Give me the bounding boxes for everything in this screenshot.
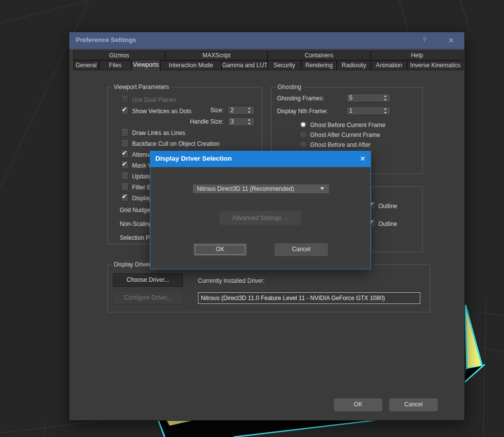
installed-driver-field: Nitrous (Direct3D 11.0 Feature Level 11 … <box>198 292 420 304</box>
dialog-title: Preference Settings <box>76 36 136 44</box>
cancel-button[interactable]: Cancel <box>389 398 438 411</box>
ghosting-frames-spinner[interactable]: 5 ▲▼ <box>346 93 391 102</box>
checkbox-draw-links-as-lines[interactable] <box>121 129 129 136</box>
display-nth-frame-spinner[interactable]: 1 ▲▼ <box>346 106 391 115</box>
installed-driver-value: Nitrous (Direct3D 11.0 Feature Level 11 … <box>201 295 385 302</box>
configure-driver-button[interactable]: Configure Driver... <box>113 291 183 305</box>
group-legend: Ghosting <box>275 84 304 90</box>
checkbox-backface-cull[interactable] <box>121 140 129 147</box>
radio-label: Ghost Before Current Frame <box>310 122 385 129</box>
radio-label: Ghost Before and After <box>310 141 370 148</box>
help-icon[interactable]: ? <box>419 36 430 45</box>
dialog-titlebar[interactable]: Preference Settings ? ✕ <box>69 32 464 49</box>
checkbox-label: Outline <box>378 220 397 227</box>
ok-button[interactable]: OK <box>334 398 382 411</box>
driver-dropdown-value: Nitrous Direct3D 11 (Recommended) <box>197 185 294 192</box>
radio-ghost-before-and-after[interactable] <box>299 140 307 148</box>
modal-cancel-button[interactable]: Cancel <box>275 243 328 256</box>
driver-dropdown[interactable]: Nitrous Direct3D 11 (Recommended) ▼ <box>192 184 329 194</box>
ghosting-frames-label: Ghosting Frames: <box>277 95 324 102</box>
tab-general[interactable]: General <box>73 60 99 70</box>
spinner-down-icon[interactable]: ▼ <box>383 98 387 101</box>
spinner-arrows[interactable]: ▲▼ <box>384 94 389 102</box>
tab-viewports[interactable]: Viewports <box>132 60 160 71</box>
size-value: 2 <box>230 107 234 114</box>
tab-rendering[interactable]: Rendering <box>301 60 337 70</box>
tab-inverse-kinematics[interactable]: Inverse Kinematics <box>407 60 463 70</box>
radio-dot <box>301 123 305 127</box>
checkbox-use-dual-planes[interactable] <box>121 96 129 103</box>
radio-ghost-before-current[interactable] <box>299 121 307 129</box>
tab-gizmos[interactable]: Gizmos <box>73 51 165 60</box>
tab-security[interactable]: Security <box>268 60 301 70</box>
spinner-up-icon[interactable]: ▲ <box>383 107 387 110</box>
tab-files[interactable]: Files <box>99 60 132 70</box>
desktop: Preference Settings ? ✕ Gizmos MAXScript… <box>0 0 504 437</box>
radio-ghost-after-current[interactable] <box>299 131 307 138</box>
chevron-down-icon: ▼ <box>319 186 325 191</box>
handle-size-label: Handle Size: <box>168 118 224 125</box>
highlights-group <box>371 186 423 252</box>
tab-animation[interactable]: Animation <box>371 60 407 70</box>
display-driver-selection-dialog: Display Driver Selection ✕ Nitrous Direc… <box>150 151 371 269</box>
spinner-up-icon[interactable]: ▲ <box>247 107 251 110</box>
display-nth-frame-value: 1 <box>349 107 353 114</box>
choose-driver-button[interactable]: Choose Driver... <box>113 273 183 287</box>
group-legend: Viewport Parameters <box>111 84 172 90</box>
checkbox-label: Show Vertices as Dots <box>132 108 191 115</box>
check-icon: ✔ <box>122 160 127 168</box>
spinner-down-icon[interactable]: ▼ <box>383 111 387 114</box>
close-icon[interactable]: ✕ <box>360 155 366 163</box>
tab-help[interactable]: Help <box>370 51 463 60</box>
handle-size-spinner[interactable]: 3 ▲▼ <box>228 117 255 126</box>
object-fragment-yellow <box>465 305 482 369</box>
check-icon: ✔ <box>122 106 127 113</box>
spinner-arrows[interactable]: ▲▼ <box>248 106 253 114</box>
checkbox-attenuate[interactable]: ✔ <box>121 151 129 158</box>
tab-radiosity[interactable]: Radiosity <box>337 60 371 70</box>
close-icon[interactable]: ✕ <box>446 36 457 45</box>
modal-title: Display Driver Selection <box>155 155 232 162</box>
display-nth-frame-label: Display Nth Frame: <box>277 108 328 115</box>
checkbox-label: Use Dual Planes <box>132 96 176 103</box>
checkbox-label: Draw Links as Lines <box>132 130 185 136</box>
tab-containers[interactable]: Containers <box>268 51 370 60</box>
checkbox-label: Backface Cull on Object Creation <box>132 140 220 147</box>
check-icon: ✔ <box>122 193 127 200</box>
tab-interaction-mode[interactable]: Interaction Mode <box>160 60 222 70</box>
checkbox-update-background[interactable] <box>121 173 129 180</box>
size-spinner[interactable]: 2 ▲▼ <box>228 106 255 115</box>
spinner-down-icon[interactable]: ▼ <box>247 111 251 114</box>
ghosting-frames-value: 5 <box>349 94 353 101</box>
spinner-arrows[interactable]: ▲▼ <box>248 118 253 126</box>
tab-maxscript[interactable]: MAXScript <box>165 51 268 60</box>
check-icon: ✔ <box>122 149 127 157</box>
checkbox-filter-environment[interactable] <box>121 183 129 191</box>
checkbox-show-vertices-as-dots[interactable]: ✔ <box>121 107 129 115</box>
spinner-up-icon[interactable]: ▲ <box>383 94 387 97</box>
tab-gamma-and-lut[interactable]: Gamma and LUT <box>222 60 268 70</box>
advanced-settings-button[interactable]: Advanced Settings ... <box>219 211 301 225</box>
spinner-down-icon[interactable]: ▼ <box>247 122 251 125</box>
handle-size-value: 3 <box>230 118 234 125</box>
checkbox-display-world-axis[interactable]: ✔ <box>121 194 129 202</box>
modal-ok-button[interactable]: OK <box>193 243 247 256</box>
modal-titlebar[interactable]: Display Driver Selection ✕ <box>150 151 370 167</box>
currently-installed-label: Currently Installed Driver: <box>198 277 265 284</box>
spinner-arrows[interactable]: ▲▼ <box>384 107 389 115</box>
checkbox-label: Outline <box>378 203 397 210</box>
spinner-up-icon[interactable]: ▲ <box>247 118 251 121</box>
size-label: Size: <box>188 107 224 114</box>
display-drivers-group: Display Drivers <box>107 264 430 312</box>
checkbox-mask-viewport[interactable]: ✔ <box>121 162 129 169</box>
radio-label: Ghost After Current Frame <box>310 131 380 138</box>
